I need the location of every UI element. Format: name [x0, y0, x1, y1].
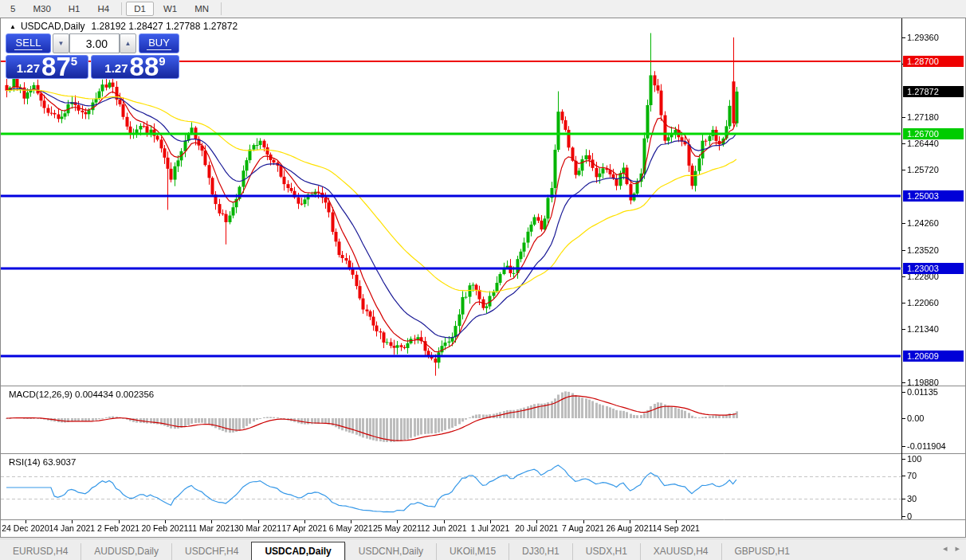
buy-button[interactable]: BUY: [139, 33, 179, 53]
buy-price-display[interactable]: 1.27 88 9: [91, 55, 179, 79]
timeframe-button-5[interactable]: 5: [2, 2, 23, 16]
timeframe-button-mn[interactable]: MN: [187, 2, 217, 16]
buy-price-prefix: 1.27: [104, 61, 128, 75]
chart-tab-eurusd[interactable]: EURUSD,H4: [0, 543, 80, 560]
sell-price-big-digits: 87: [41, 56, 71, 77]
price-axis-tick: 1.22060: [907, 298, 939, 307]
volume-increase-button[interactable]: ▲: [120, 33, 136, 53]
date-axis-label: 11 Mar 2021: [188, 523, 234, 533]
chart-tab-ukoil[interactable]: UKOil,M15: [436, 543, 509, 560]
chart-canvas[interactable]: [0, 0, 966, 560]
indicator-axis-tick: 30: [907, 494, 917, 503]
date-axis-label: 24 Dec 2020: [2, 523, 49, 533]
tab-scroll-controls: ◂ ▸: [943, 543, 960, 554]
indicator-axis-tick: -0.011904: [907, 441, 946, 451]
date-axis-label: 25 May 2021: [373, 523, 422, 533]
price-axis-tick: 1.24260: [907, 218, 939, 228]
timeframe-button-m30[interactable]: M30: [25, 2, 58, 16]
sell-button-label: SELL: [14, 37, 43, 50]
sell-price-prefix: 1.27: [17, 61, 40, 75]
chart-tab-gbpusd[interactable]: GBPUSD,H1: [721, 543, 803, 560]
date-axis-label: 26 Aug 2021: [606, 523, 653, 533]
price-level-badge: 1.27872: [903, 86, 964, 97]
price-axis-tick: 1.23520: [907, 245, 939, 255]
date-axis-label: 14 Sep 2021: [652, 523, 700, 533]
timeframe-toolbar: 5M30H1H4D1W1MN: [0, 0, 966, 18]
sell-price-display[interactable]: 1.27 87 5: [6, 55, 88, 79]
macd-indicator-label: MACD(12,26,9) 0.004434 0.002356: [9, 390, 154, 399]
terminal-window: 5M30H1H4D1W1MN ▲ USDCAD,Daily 1.28192 1.…: [0, 0, 966, 560]
timeframe-button-h4[interactable]: H4: [89, 2, 117, 16]
date-axis-label: 20 Jul 2021: [515, 523, 558, 533]
buy-price-pip-digit: 9: [159, 54, 165, 68]
chart-tab-audusd[interactable]: AUDUSD,Daily: [80, 543, 171, 560]
price-level-badge: 1.23003: [903, 263, 964, 274]
toolbar-separator: [121, 2, 122, 15]
date-axis-label: 17 Apr 2021: [281, 523, 327, 533]
chart-tab-usdcnh[interactable]: USDCNH,Daily: [345, 543, 436, 560]
price-axis-tick: 1.29360: [907, 33, 939, 42]
buy-button-label: BUY: [147, 37, 171, 50]
chart-tab-xauusd[interactable]: XAUUSD,H4: [640, 543, 721, 560]
chart-ohlc-values: 1.28192 1.28427 1.27788 1.27872: [92, 21, 238, 32]
date-axis-label: 20 Feb 2021: [141, 523, 188, 533]
price-axis-tick: 1.25720: [907, 165, 939, 174]
collapse-arrow-icon[interactable]: ▲: [10, 23, 16, 30]
rsi-indicator-label: RSI(14) 63.9037: [9, 457, 76, 467]
sell-button[interactable]: SELL: [6, 33, 51, 53]
date-axis-label: 2 Feb 2021: [97, 523, 139, 533]
volume-input[interactable]: 3.00: [69, 33, 120, 53]
tab-scroll-right-icon[interactable]: ▸: [955, 543, 960, 554]
chart-title: ▲ USDCAD,Daily 1.28192 1.28427 1.27788 1…: [10, 21, 238, 32]
buy-price-big-digits: 88: [130, 56, 159, 77]
tab-scroll-left-icon[interactable]: ◂: [943, 543, 948, 554]
timeframe-button-h1[interactable]: H1: [61, 2, 88, 16]
indicator-axis-tick: 0: [907, 511, 912, 521]
price-level-badge: 1.28700: [903, 56, 964, 67]
date-axis-label: 1 Jul 2021: [471, 523, 509, 533]
chart-tab-usdcad[interactable]: USDCAD,Daily: [251, 542, 344, 560]
date-axis-label: 6 May 2021: [329, 523, 373, 533]
price-axis-tick: 1.27180: [907, 112, 939, 122]
timeframe-button-d1[interactable]: D1: [126, 2, 154, 16]
chart-tab-usdx[interactable]: USDX,H1: [572, 543, 640, 560]
chart-tab-bar: EURUSD,H4AUDUSD,DailyUSDCHF,H4USDCAD,Dai…: [0, 538, 966, 560]
chart-symbol-label: USDCAD,Daily: [21, 21, 85, 32]
price-axis-tick: 1.19880: [907, 378, 939, 387]
price-axis-tick: 1.21340: [907, 324, 939, 334]
indicator-axis-tick: 100: [907, 454, 921, 464]
price-level-badge: 1.25003: [903, 190, 964, 202]
date-axis-label: 14 Jan 2021: [49, 523, 95, 533]
indicator-axis-tick: 70: [907, 471, 917, 480]
indicator-axis-tick: 0.00: [907, 413, 924, 423]
timeframe-button-w1[interactable]: W1: [155, 2, 185, 16]
indicator-axis-tick: 0.01135: [907, 387, 938, 397]
price-level-badge: 1.20609: [903, 350, 964, 362]
volume-decrease-button[interactable]: ▼: [53, 33, 69, 53]
date-axis-label: 7 Aug 2021: [562, 523, 604, 533]
chart-tab-usdchf[interactable]: USDCHF,H4: [171, 543, 251, 560]
toolbar-separator: [221, 2, 222, 15]
date-axis-label: 30 Mar 2021: [234, 523, 281, 533]
price-axis-tick: 1.26440: [907, 139, 939, 148]
chart-tab-dj30[interactable]: DJ30,H1: [509, 543, 572, 560]
price-level-badge: 1.26700: [903, 128, 964, 139]
date-axis-label: 12 Jun 2021: [421, 523, 467, 533]
one-click-trade-panel: SELL ▼ 3.00 ▲ BUY 1.27 87 5 1.27 88 9: [6, 33, 179, 79]
sell-price-pip-digit: 5: [71, 54, 77, 68]
